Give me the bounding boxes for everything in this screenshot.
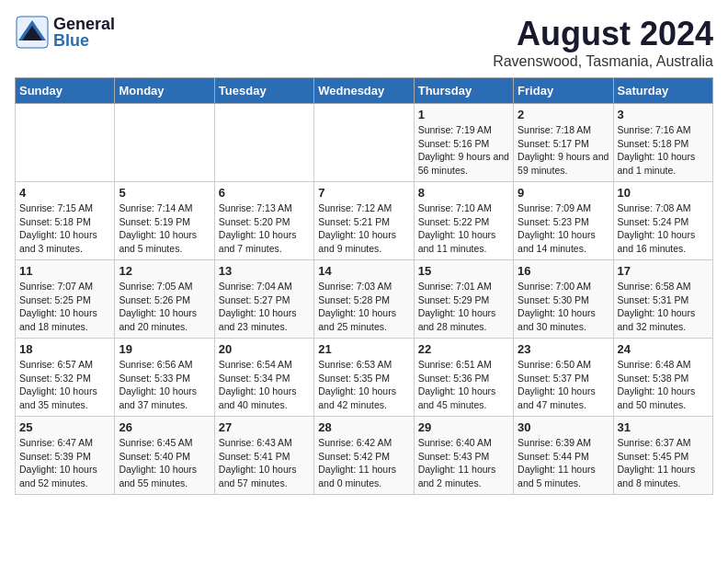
cell-info: Sunrise: 7:18 AM Sunset: 5:17 PM Dayligh… [518, 123, 609, 178]
cell-day-number: 22 [418, 342, 509, 356]
cell-info: Sunrise: 6:43 AM Sunset: 5:41 PM Dayligh… [219, 436, 310, 490]
calendar-cell [214, 104, 313, 182]
calendar-cell: 5Sunrise: 7:14 AM Sunset: 5:19 PM Daylig… [115, 182, 214, 260]
cell-info: Sunrise: 7:07 AM Sunset: 5:25 PM Dayligh… [19, 280, 110, 334]
cell-day-number: 14 [318, 264, 409, 278]
calendar-cell: 1Sunrise: 7:19 AM Sunset: 5:16 PM Daylig… [414, 104, 513, 182]
calendar-header-row: SundayMondayTuesdayWednesdayThursdayFrid… [16, 78, 713, 104]
cell-day-number: 2 [518, 108, 609, 121]
cell-day-number: 10 [618, 186, 709, 200]
cell-day-number: 12 [119, 264, 210, 278]
cell-day-number: 5 [119, 186, 210, 200]
cell-day-number: 23 [518, 342, 609, 356]
cell-day-number: 6 [219, 186, 310, 200]
calendar-cell: 30Sunrise: 6:39 AM Sunset: 5:44 PM Dayli… [514, 417, 613, 495]
calendar-cell: 29Sunrise: 6:40 AM Sunset: 5:43 PM Dayli… [414, 417, 513, 495]
cell-day-number: 7 [318, 186, 409, 200]
calendar-cell: 17Sunrise: 6:58 AM Sunset: 5:31 PM Dayli… [613, 260, 712, 339]
cell-info: Sunrise: 6:56 AM Sunset: 5:33 PM Dayligh… [119, 358, 210, 412]
calendar-cell: 8Sunrise: 7:10 AM Sunset: 5:22 PM Daylig… [414, 182, 513, 260]
cell-info: Sunrise: 6:47 AM Sunset: 5:39 PM Dayligh… [19, 436, 110, 490]
logo: General Blue [15, 15, 115, 50]
calendar-subtitle: Ravenswood, Tasmania, Australia [493, 53, 713, 70]
calendar-cell: 24Sunrise: 6:48 AM Sunset: 5:38 PM Dayli… [613, 339, 712, 417]
header-thursday: Thursday [414, 78, 513, 104]
cell-info: Sunrise: 6:42 AM Sunset: 5:42 PM Dayligh… [318, 436, 409, 490]
cell-day-number: 1 [418, 108, 509, 121]
header-friday: Friday [514, 78, 613, 104]
calendar-cell [115, 104, 214, 182]
header-monday: Monday [115, 78, 214, 104]
page-header: General Blue August 2024 Ravenswood, Tas… [15, 15, 713, 70]
calendar-cell: 14Sunrise: 7:03 AM Sunset: 5:28 PM Dayli… [314, 260, 414, 339]
calendar-cell [314, 104, 414, 182]
cell-info: Sunrise: 7:05 AM Sunset: 5:26 PM Dayligh… [119, 280, 210, 334]
cell-info: Sunrise: 7:14 AM Sunset: 5:19 PM Dayligh… [119, 201, 210, 256]
calendar-table: SundayMondayTuesdayWednesdayThursdayFrid… [15, 77, 713, 495]
calendar-cell: 2Sunrise: 7:18 AM Sunset: 5:17 PM Daylig… [514, 104, 613, 182]
calendar-cell: 10Sunrise: 7:08 AM Sunset: 5:24 PM Dayli… [613, 182, 712, 260]
calendar-cell: 23Sunrise: 6:50 AM Sunset: 5:37 PM Dayli… [514, 339, 613, 417]
cell-day-number: 18 [19, 342, 110, 356]
cell-day-number: 30 [518, 420, 609, 434]
cell-day-number: 16 [518, 264, 609, 278]
cell-info: Sunrise: 7:16 AM Sunset: 5:18 PM Dayligh… [618, 123, 709, 178]
header-wednesday: Wednesday [314, 78, 414, 104]
calendar-cell: 26Sunrise: 6:45 AM Sunset: 5:40 PM Dayli… [115, 417, 214, 495]
calendar-cell: 3Sunrise: 7:16 AM Sunset: 5:18 PM Daylig… [613, 104, 712, 182]
cell-info: Sunrise: 6:50 AM Sunset: 5:37 PM Dayligh… [518, 358, 609, 412]
calendar-cell: 21Sunrise: 6:53 AM Sunset: 5:35 PM Dayli… [314, 339, 414, 417]
cell-info: Sunrise: 7:01 AM Sunset: 5:29 PM Dayligh… [418, 280, 509, 334]
logo-icon [15, 15, 50, 50]
cell-info: Sunrise: 6:57 AM Sunset: 5:32 PM Dayligh… [19, 358, 110, 412]
calendar-cell: 16Sunrise: 7:00 AM Sunset: 5:30 PM Dayli… [514, 260, 613, 339]
calendar-cell: 28Sunrise: 6:42 AM Sunset: 5:42 PM Dayli… [314, 417, 414, 495]
cell-day-number: 8 [418, 186, 509, 200]
logo-text: General Blue [53, 16, 115, 49]
cell-day-number: 4 [19, 186, 110, 200]
cell-info: Sunrise: 6:48 AM Sunset: 5:38 PM Dayligh… [618, 358, 709, 412]
cell-day-number: 19 [119, 342, 210, 356]
logo-blue: Blue [53, 32, 115, 49]
cell-info: Sunrise: 7:04 AM Sunset: 5:27 PM Dayligh… [219, 280, 310, 334]
calendar-cell: 7Sunrise: 7:12 AM Sunset: 5:21 PM Daylig… [314, 182, 414, 260]
cell-day-number: 11 [19, 264, 110, 278]
calendar-cell: 13Sunrise: 7:04 AM Sunset: 5:27 PM Dayli… [214, 260, 313, 339]
cell-info: Sunrise: 6:39 AM Sunset: 5:44 PM Dayligh… [518, 436, 609, 490]
calendar-cell: 18Sunrise: 6:57 AM Sunset: 5:32 PM Dayli… [16, 339, 115, 417]
calendar-cell: 11Sunrise: 7:07 AM Sunset: 5:25 PM Dayli… [16, 260, 115, 339]
cell-info: Sunrise: 6:53 AM Sunset: 5:35 PM Dayligh… [318, 358, 409, 412]
cell-day-number: 3 [618, 108, 709, 121]
cell-day-number: 15 [418, 264, 509, 278]
cell-info: Sunrise: 6:45 AM Sunset: 5:40 PM Dayligh… [119, 436, 210, 490]
calendar-cell: 12Sunrise: 7:05 AM Sunset: 5:26 PM Dayli… [115, 260, 214, 339]
calendar-week-5: 25Sunrise: 6:47 AM Sunset: 5:39 PM Dayli… [16, 417, 713, 495]
cell-info: Sunrise: 6:54 AM Sunset: 5:34 PM Dayligh… [219, 358, 310, 412]
calendar-cell: 6Sunrise: 7:13 AM Sunset: 5:20 PM Daylig… [214, 182, 313, 260]
cell-info: Sunrise: 6:51 AM Sunset: 5:36 PM Dayligh… [418, 358, 509, 412]
cell-day-number: 21 [318, 342, 409, 356]
cell-info: Sunrise: 7:03 AM Sunset: 5:28 PM Dayligh… [318, 280, 409, 334]
cell-day-number: 20 [219, 342, 310, 356]
cell-info: Sunrise: 6:37 AM Sunset: 5:45 PM Dayligh… [618, 436, 709, 490]
calendar-cell: 25Sunrise: 6:47 AM Sunset: 5:39 PM Dayli… [16, 417, 115, 495]
calendar-cell: 20Sunrise: 6:54 AM Sunset: 5:34 PM Dayli… [214, 339, 313, 417]
calendar-cell: 4Sunrise: 7:15 AM Sunset: 5:18 PM Daylig… [16, 182, 115, 260]
calendar-week-2: 4Sunrise: 7:15 AM Sunset: 5:18 PM Daylig… [16, 182, 713, 260]
header-tuesday: Tuesday [214, 78, 313, 104]
cell-day-number: 26 [119, 420, 210, 434]
cell-day-number: 31 [618, 420, 709, 434]
calendar-cell [16, 104, 115, 182]
cell-info: Sunrise: 7:13 AM Sunset: 5:20 PM Dayligh… [219, 201, 310, 256]
cell-info: Sunrise: 7:08 AM Sunset: 5:24 PM Dayligh… [618, 201, 709, 256]
calendar-week-4: 18Sunrise: 6:57 AM Sunset: 5:32 PM Dayli… [16, 339, 713, 417]
cell-info: Sunrise: 6:40 AM Sunset: 5:43 PM Dayligh… [418, 436, 509, 490]
cell-day-number: 29 [418, 420, 509, 434]
cell-day-number: 27 [219, 420, 310, 434]
calendar-title: August 2024 [493, 15, 713, 53]
cell-info: Sunrise: 7:12 AM Sunset: 5:21 PM Dayligh… [318, 201, 409, 256]
cell-info: Sunrise: 6:58 AM Sunset: 5:31 PM Dayligh… [618, 280, 709, 334]
calendar-week-3: 11Sunrise: 7:07 AM Sunset: 5:25 PM Dayli… [16, 260, 713, 339]
title-block: August 2024 Ravenswood, Tasmania, Austra… [493, 15, 713, 70]
cell-day-number: 17 [618, 264, 709, 278]
